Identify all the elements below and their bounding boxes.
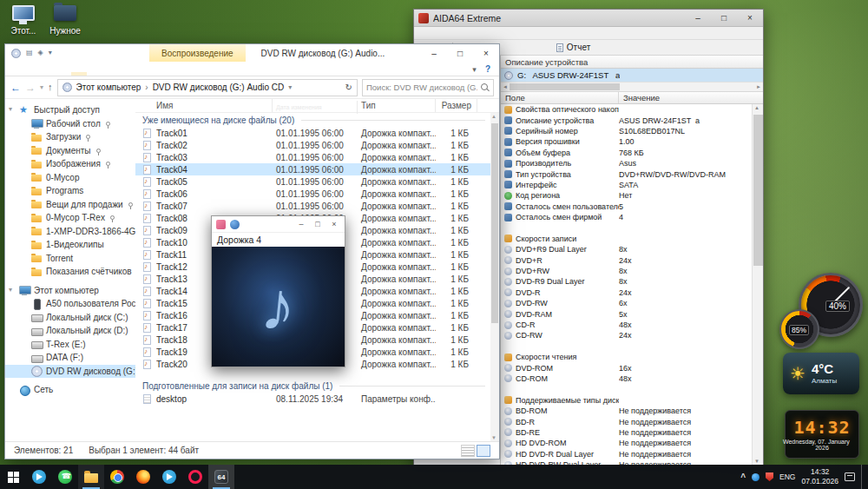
property-row[interactable]: DVD+R 24x [501,254,752,265]
popup-camera-icon[interactable] [230,220,240,229]
qat-new-folder-icon[interactable] [38,50,43,56]
search-input[interactable] [363,80,481,96]
popup-titlebar[interactable] [212,216,345,233]
property-row[interactable]: CD-RW 24x [501,330,752,340]
sidebar-item[interactable]: Сеть [5,383,135,397]
property-row[interactable]: DVD-R 24x [501,287,752,298]
taskbar-firefox[interactable] [130,465,156,489]
property-row[interactable] [501,384,752,394]
scroll-up-arrow[interactable] [754,105,760,110]
sidebar-item[interactable]: 0-Мусор T-Rex [5,211,135,225]
scroll-down-arrow[interactable] [491,435,496,440]
language-indicator[interactable]: ENG [779,472,795,481]
desktop-icon-this-pc[interactable]: Этот... [3,5,43,36]
minimize-button[interactable] [685,10,711,26]
weather-gadget[interactable]: 4°C Алматы [783,353,859,394]
action-center-icon[interactable] [845,472,855,481]
address-box[interactable]: Этот компьютер DVD RW дисковод (G:) Audi… [57,79,358,96]
file-list-scrollbar[interactable] [490,113,499,441]
property-row[interactable]: DVD-ROM 16x [501,362,752,373]
tray-expand-icon[interactable] [740,472,746,482]
breadcrumb-root[interactable]: Этот компьютер [76,83,141,92]
sidebar-item[interactable]: Показания счётчиков [5,265,135,279]
device-list-header[interactable]: Описание устройства [501,56,763,69]
track-row[interactable]: Track05 01.01.1995 06:00 Дорожка компакт… [135,175,490,188]
device-row[interactable]: G: ASUS DRW-24F1ST a [501,69,763,82]
sidebar-item[interactable]: Документы [5,144,135,158]
back-button[interactable] [10,83,21,93]
sidebar-item[interactable]: 1-Видеоклипы [5,238,135,252]
property-row[interactable]: DVD-RW 6x [501,298,752,308]
property-row[interactable]: DVD-RAM 5x [501,308,752,319]
group-header-prepared[interactable]: Подготовленные для записи на диск файлы … [135,379,490,393]
vertical-scrollbar[interactable] [752,104,763,465]
ribbon-tab[interactable] [56,72,71,76]
maximize-button[interactable] [711,10,737,26]
breadcrumb-current[interactable]: DVD RW дисковод (G:) Audio CD [153,83,285,92]
large-icons-view-button[interactable] [477,445,490,457]
taskbar-whatsapp[interactable] [52,465,78,489]
property-row[interactable]: Тип устройства DVD+RW/DVD-RW/DVD-RAM [501,169,752,179]
antivirus-tray-icon[interactable] [766,472,773,481]
property-row[interactable]: HD DVD-R Dual Layer Не поддерживается [501,449,752,459]
scroll-thumb[interactable] [510,83,620,90]
sidebar-item[interactable]: T-Rex (E:) [5,338,135,352]
sidebar-item[interactable]: A50 пользователя Ростислав [5,297,135,311]
address-dropdown-icon[interactable] [288,83,292,91]
column-header-size[interactable]: Размер [436,99,477,112]
property-row[interactable]: Производитель Asus [501,158,752,169]
property-row[interactable]: Скорости чтения [501,352,752,362]
property-row[interactable] [501,222,752,233]
track-row[interactable]: Track03 01.01.1995 06:00 Дорожка компакт… [135,151,490,163]
property-row[interactable]: Код региона Нет [501,190,752,201]
track-row[interactable]: Track06 01.01.1995 06:00 Дорожка компакт… [135,188,490,200]
sidebar-item[interactable]: Быстрый доступ [5,103,135,117]
recent-locations-dropdown[interactable] [40,84,43,91]
taskbar-telegram[interactable] [26,465,52,489]
sidebar-item[interactable]: Этот компьютер [5,284,135,298]
up-button[interactable] [48,83,53,92]
maximize-button[interactable] [447,44,473,62]
minimize-button[interactable] [421,44,447,62]
scroll-down-arrow[interactable] [754,459,760,464]
property-row[interactable]: BD-RE Не поддерживается [501,427,752,438]
sidebar-item[interactable]: Вещи для продажи [5,198,135,212]
details-view-button[interactable] [461,445,475,457]
property-row[interactable] [501,341,752,352]
sidebar-item[interactable]: 1-XMP-DDR3-1866-4Gb(16)-Eli... [5,225,135,239]
sidebar-item[interactable]: DVD RW дисковод (G:) Audio C [5,365,135,379]
scroll-left-arrow[interactable] [503,84,508,89]
property-row[interactable]: Свойства оптического накопителя [501,104,752,115]
sidebar-item[interactable]: Torrent [5,252,135,266]
property-row[interactable]: DVD+R9 Dual Layer 8x [501,244,752,254]
property-row[interactable]: CD-R 48x [501,320,752,330]
contextual-tab-title[interactable]: Воспроизведение [149,44,246,62]
start-button[interactable] [0,465,26,489]
qat-properties-icon[interactable] [26,50,33,56]
popup-minimize-button[interactable] [295,220,307,228]
property-row[interactable]: Версия прошивки 1.00 [501,136,752,147]
column-header-type[interactable]: Тип [358,99,436,112]
sidebar-item[interactable]: Programs [5,184,135,198]
scroll-thumb[interactable] [753,115,763,266]
track-row[interactable]: Track01 01.01.1995 06:00 Дорожка компакт… [135,127,490,139]
sidebar-item[interactable]: Загрузки [5,130,135,144]
taskbar-aida64[interactable]: 64 [208,465,234,489]
scroll-track[interactable] [510,83,754,90]
drive-meter-gadget[interactable]: 40% 85% [779,273,863,351]
sidebar-item[interactable]: Локальный диск (D:) [5,324,135,338]
property-row[interactable]: CD-ROM 48x [501,373,752,384]
forward-button[interactable] [25,83,36,93]
ribbon-tab[interactable] [71,72,87,76]
taskbar-chrome[interactable] [104,465,130,489]
column-header-name[interactable]: Имя [135,99,273,112]
close-button[interactable] [473,44,499,62]
property-row[interactable]: Описание устройства ASUS DRW-24F1ST a [501,115,752,125]
property-row[interactable]: Скорости записи [501,234,752,244]
taskbar-opera[interactable] [182,465,208,489]
sidebar-item[interactable]: Локальный диск (C:) [5,311,135,325]
track-row[interactable]: Track04 01.01.1995 06:00 Дорожка компакт… [135,163,490,175]
aida-titlebar[interactable]: AIDA64 Extreme [414,10,763,27]
ribbon-tab[interactable] [40,72,56,76]
property-row[interactable]: Поддерживаемые типы дисков [501,395,752,406]
